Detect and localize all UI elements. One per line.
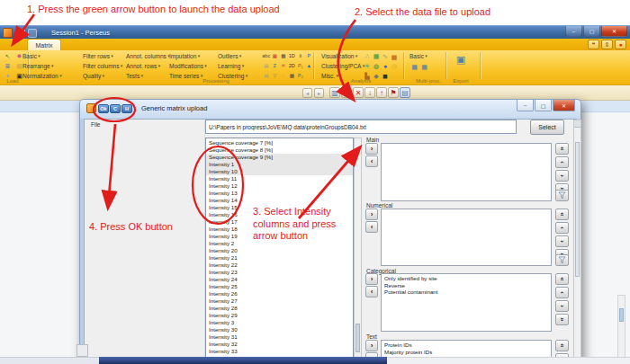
ribbon-dropdown[interactable]: Learning: [218, 61, 268, 71]
two-d-icon[interactable]: 2D: [288, 61, 297, 71]
ribbon-dropdown[interactable]: Annot. rows: [126, 61, 169, 71]
multi-grid-1-icon[interactable]: ▦: [410, 62, 419, 72]
delete-row-icon[interactable]: ✕: [353, 87, 364, 98]
numerical-remove-arrow-button[interactable]: [365, 221, 378, 233]
ribbon-dropdown[interactable]: Basic: [22, 51, 83, 61]
numerical-move-up-icon[interactable]: [555, 222, 569, 234]
column-list-item[interactable]: Intensity 22: [206, 262, 353, 269]
ribbon-dropdown[interactable]: Filter rows: [83, 51, 126, 61]
ribbon-dropdown[interactable]: Clustering/PCA: [321, 61, 364, 71]
panel-item[interactable]: Majority protein IDs: [382, 349, 551, 356]
numerical-move-top-icon[interactable]: [555, 209, 569, 220]
text-add-arrow-button[interactable]: [365, 340, 378, 351]
dark-block-icon[interactable]: ◼: [381, 71, 390, 81]
pan-hand-icon[interactable]: ✱: [341, 87, 352, 98]
ribbon-dropdown[interactable]: Modifications: [169, 61, 218, 71]
main-remove-arrow-button[interactable]: [365, 155, 378, 167]
main-box[interactable]: [381, 143, 552, 201]
p1-red-icon[interactable]: P₁: [296, 61, 305, 71]
dialog-maximize-icon[interactable]: [535, 100, 552, 111]
table-edit-icon[interactable]: ▥: [329, 87, 340, 98]
move-down-icon[interactable]: ↓: [364, 87, 375, 98]
categorical-move-up-icon[interactable]: [555, 287, 569, 298]
ribbon-dropdown[interactable]: Visualization: [321, 51, 364, 61]
network-teal-icon[interactable]: ✳: [363, 61, 372, 71]
scrollbar-thumb[interactable]: [619, 308, 624, 322]
panel-item[interactable]: Potential contaminant: [382, 289, 551, 296]
triangle-blue-icon[interactable]: ▲: [305, 61, 314, 71]
taskbar-item[interactable]: [76, 344, 88, 357]
doc-gray2-icon[interactable]: ▤: [262, 71, 271, 81]
ribbon-dropdown[interactable]: Annot. columns: [126, 51, 169, 61]
maximize-icon[interactable]: [583, 26, 600, 37]
scrollbar-thumb[interactable]: [575, 142, 580, 277]
list-rows-icon[interactable]: ≣: [2, 61, 14, 71]
abc-annot-icon[interactable]: abc: [262, 51, 271, 61]
column-list-item[interactable]: Intensity 10: [206, 168, 353, 175]
ribbon-dropdown[interactable]: Rearrange: [22, 61, 83, 71]
taskbar-window-button[interactable]: [99, 357, 387, 364]
heatmap-green-icon[interactable]: ▦: [372, 51, 381, 61]
pin-red-icon[interactable]: ⚑: [388, 87, 399, 98]
column-list-item[interactable]: Intensity 32: [206, 341, 353, 348]
sphere-icon[interactable]: ●: [381, 61, 390, 71]
nav-back-icon[interactable]: ◂: [302, 88, 312, 98]
column-list-item[interactable]: Intensity 3: [206, 319, 353, 326]
grid-dark2-icon[interactable]: ▩: [288, 71, 297, 81]
column-list-item[interactable]: Sequence coverage 9 [%]: [206, 154, 353, 161]
panel-item[interactable]: Protein IDs: [382, 342, 551, 349]
one-d-icon[interactable]: 1D: [288, 51, 297, 61]
column-list-item[interactable]: Sequence coverage 7 [%]: [206, 139, 353, 146]
column-list-item[interactable]: Intensity 21: [206, 254, 353, 262]
column-list-item[interactable]: Intensity 25: [206, 283, 353, 290]
column-list-item[interactable]: Intensity 1: [206, 161, 353, 168]
heatmap-small-icon[interactable]: ▦: [271, 51, 280, 61]
p-value-icon[interactable]: P: [305, 51, 314, 61]
main-move-down-icon[interactable]: [555, 170, 569, 182]
perseus-app-icon[interactable]: [3, 28, 13, 38]
column-list-item[interactable]: Intensity 31: [206, 333, 353, 341]
ribbon-dropdown[interactable]: Filter columns: [83, 61, 126, 71]
main-add-arrow-button[interactable]: [365, 143, 378, 155]
quick-access-icon-2[interactable]: [28, 29, 37, 38]
numerical-add-arrow-button[interactable]: [365, 209, 378, 220]
nav-forward-icon[interactable]: ▸: [314, 88, 324, 98]
main-move-top-icon[interactable]: [555, 143, 569, 155]
pathway-icon[interactable]: ◆: [372, 71, 381, 81]
scrollbar-thumb[interactable]: [356, 324, 360, 352]
column-list-item[interactable]: Intensity 23: [206, 269, 353, 276]
dialog-ok-cancel-help-button[interactable]: C: [110, 104, 121, 113]
clock-icon[interactable]: ◷: [390, 61, 399, 71]
ribbon-dropdown[interactable]: Outliers: [218, 51, 268, 61]
quick-access-icon-1[interactable]: [16, 29, 25, 38]
tab-matrix[interactable]: Matrix: [27, 39, 61, 50]
ribbon-dropdown[interactable]: Basic: [410, 51, 428, 61]
multi-grid-2-icon[interactable]: ▦: [419, 62, 429, 72]
generic-matrix-upload-icon[interactable]: ↖: [2, 51, 14, 61]
numerical-box[interactable]: [381, 209, 552, 266]
categorical-move-down-icon[interactable]: [555, 300, 569, 312]
categorical-box[interactable]: Only identified by siteReversePotential …: [381, 273, 552, 332]
dialog-ok-cancel-help-button[interactable]: Ok: [98, 104, 109, 113]
column-list-item[interactable]: Intensity 33: [206, 348, 353, 355]
columns-scrollbar[interactable]: [354, 138, 362, 364]
column-list-item[interactable]: Intensity 27: [206, 297, 353, 305]
column-list-item[interactable]: Sequence coverage 8 [%]: [206, 146, 353, 154]
ribbon-dropdown[interactable]: Tests: [126, 71, 169, 81]
numerical-move-down-icon[interactable]: [555, 235, 569, 247]
network-red-icon[interactable]: ✳: [279, 61, 288, 71]
scrollbar-arrow[interactable]: [574, 120, 580, 128]
dialog-minimize-icon[interactable]: [517, 100, 534, 111]
mean-icon[interactable]: x̄: [296, 51, 305, 61]
categorical-remove-arrow-button[interactable]: [365, 286, 378, 297]
file-menu[interactable]: File: [91, 121, 100, 128]
ribbon-dropdown[interactable]: Normalization: [22, 71, 83, 81]
ribbon-dropdown[interactable]: Imputation: [169, 51, 218, 61]
column-list-item[interactable]: Intensity 24: [206, 276, 353, 283]
column-list-item[interactable]: Intensity 13: [206, 190, 353, 197]
resize-ribbon-icon[interactable]: ⇕: [601, 40, 613, 49]
doc-gray-icon[interactable]: ▤: [262, 61, 271, 71]
globe-icon[interactable]: ◍: [372, 61, 381, 71]
column-list-item[interactable]: Intensity 29: [206, 312, 353, 319]
main-filter-icon[interactable]: [555, 190, 569, 201]
